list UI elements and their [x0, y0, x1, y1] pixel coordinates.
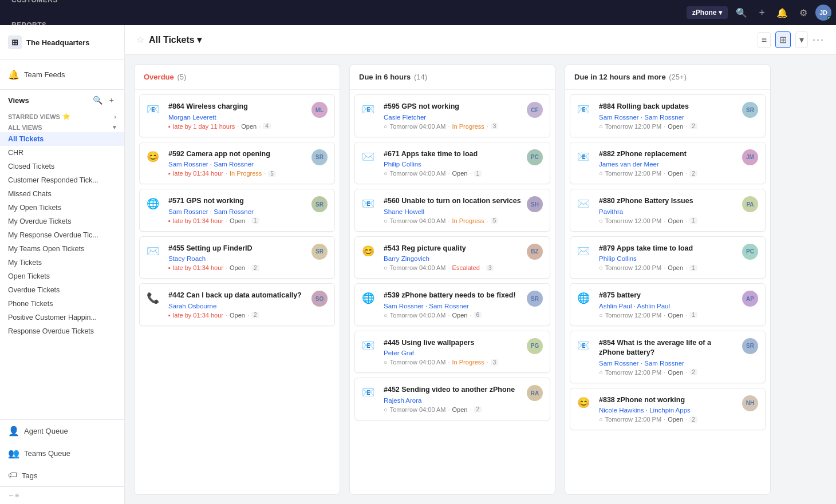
assignee2-link[interactable]: Sam Rossner	[214, 161, 254, 168]
search-icon[interactable]: 🔍	[732, 5, 751, 21]
ticket-card[interactable]: 📧 #884 Rolling back updates Sam Rossner …	[570, 94, 766, 137]
views-actions: 🔍 +	[90, 94, 116, 106]
favorite-star-icon[interactable]: ☆	[136, 34, 144, 45]
assignee1-link[interactable]: Sam Rossner	[168, 208, 208, 215]
ticket-avatar: SR	[311, 244, 328, 260]
ticket-meta: ○ Tomorrow 12:00 PM · Open · 2	[599, 369, 738, 376]
assignee2-link[interactable]: Sam Rossner	[429, 303, 469, 309]
sidebar-nav-item[interactable]: My Teams Open Tickets	[0, 242, 124, 256]
notification-icon[interactable]: 🔔	[773, 5, 791, 21]
assignee2-link[interactable]: Ashlin Paul	[637, 303, 671, 309]
ticket-card[interactable]: 😊 #838 zPhone not working Nicole Hawkins…	[570, 388, 766, 431]
sidebar-nav-item[interactable]: My Overdue Tickets	[0, 215, 124, 228]
ticket-card[interactable]: 🌐 #539 zPhone battery needs to be fixed!…	[354, 283, 550, 326]
sidebar-nav-item[interactable]: Open Tickets	[0, 269, 124, 283]
ticket-title: #452 Sending video to another zPhone	[384, 385, 522, 395]
nav-item-customers[interactable]: CUSTOMERS	[5, 0, 65, 13]
assignee2-link[interactable]: Sam Rossner	[214, 208, 254, 215]
ticket-card[interactable]: 📧 #864 Wireless charging Morgan Leverett…	[139, 94, 335, 137]
sidebar-nav-item[interactable]: Closed Tickets	[0, 160, 124, 173]
ticket-card[interactable]: 📧 #595 GPS not working Casie Fletcher ○ …	[354, 94, 550, 137]
brand-selector[interactable]: zPhone ▾	[687, 6, 728, 19]
sidebar-nav-item[interactable]: My Open Tickets	[0, 201, 124, 215]
ticket-card[interactable]: 😊 #592 Camera app not opening Sam Rossne…	[139, 142, 335, 185]
late-indicator: ▪	[168, 123, 171, 130]
more-options-button[interactable]: ···	[813, 34, 825, 46]
sidebar-nav-item[interactable]: CHR	[0, 146, 124, 160]
ticket-card[interactable]: ✉️ #880 zPhone Battery Issues Pavithra ○…	[570, 189, 766, 232]
sidebar-nav-item[interactable]: All Tickets	[0, 132, 124, 146]
ticket-card[interactable]: 🌐 #875 battery Ashlin Paul · Ashlin Paul…	[570, 283, 766, 326]
all-views-label[interactable]: ALL VIEWS ▾	[0, 121, 124, 132]
assignee1-link[interactable]: Rajesh Arora	[384, 397, 421, 404]
sidebar-nav-item[interactable]: Positive Customer Happin...	[0, 311, 124, 324]
ticket-card[interactable]: 📧 #452 Sending video to another zPhone R…	[354, 378, 550, 420]
sidebar-nav-item[interactable]: Missed Chats	[0, 187, 124, 201]
sidebar-nav-item[interactable]: My Tickets	[0, 256, 124, 269]
assignee1-link[interactable]: Peter Graf	[384, 350, 414, 356]
team-feeds-item[interactable]: 🔔 Team Feeds	[8, 66, 116, 84]
assignee1-link[interactable]: Sam Rossner	[168, 161, 208, 168]
assignee1-link[interactable]: Shane Howell	[384, 208, 424, 215]
sidebar-nav-item[interactable]: Overdue Tickets	[0, 283, 124, 297]
ticket-card[interactable]: 😊 #543 Reg picture quality Barry Zingovi…	[354, 236, 550, 279]
starred-views-label[interactable]: STARRED VIEWS ⭐ ›	[0, 110, 124, 121]
ticket-type-icon: 🌐	[577, 292, 590, 319]
assignee1-link[interactable]: Barry Zingovich	[384, 255, 429, 262]
ticket-card[interactable]: ✉️ #879 Apps take time to load Philip Co…	[570, 236, 766, 279]
assignee2-link[interactable]: Linchpin Apps	[649, 407, 691, 414]
ticket-time: late by 01:34 hour	[173, 264, 223, 271]
ticket-type-icon: ✉️	[577, 197, 590, 224]
settings-icon[interactable]: ⚙	[796, 5, 811, 21]
ticket-assignee: Ashlin Paul · Ashlin Paul	[599, 303, 738, 309]
sidebar-bottom-item-tags[interactable]: 🏷Tags	[0, 465, 124, 486]
sidebar-bottom-item-teams-queue[interactable]: 👥Teams Queue	[0, 442, 124, 465]
ticket-assignee: Stacy Roach	[168, 255, 307, 262]
kanban-view-button[interactable]: ⊞	[775, 31, 791, 48]
meta-dot2: ·	[247, 312, 249, 319]
assignee1-link[interactable]: James van der Meer	[599, 161, 659, 168]
view-options-button[interactable]: ▾	[795, 31, 808, 48]
sidebar-nav-item[interactable]: Customer Responded Tick...	[0, 173, 124, 187]
assignee1-link[interactable]: Stacy Roach	[168, 255, 206, 262]
assignee1-link[interactable]: Casie Fletcher	[384, 114, 426, 121]
assignee1-link[interactable]: Sam Rossner	[599, 360, 639, 367]
views-add-icon[interactable]: +	[107, 94, 116, 106]
sidebar-nav-item[interactable]: Response Overdue Tickets	[0, 324, 124, 338]
assignee1-link[interactable]: Sam Rossner	[384, 303, 424, 309]
sidebar-nav-item[interactable]: My Response Overdue Tic...	[0, 228, 124, 242]
views-search-icon[interactable]: 🔍	[90, 94, 105, 106]
sidebar-nav-item[interactable]: Phone Tickets	[0, 297, 124, 311]
ticket-card[interactable]: 🌐 #571 GPS not working Sam Rossner · Sam…	[139, 189, 335, 232]
ticket-card[interactable]: 📞 #442 Can I back up data automatically?…	[139, 283, 335, 326]
ticket-card[interactable]: 📧 #882 zPhone replacement James van der …	[570, 142, 766, 185]
assignee1-link[interactable]: Nicole Hawkins	[599, 407, 644, 414]
assignee1-link[interactable]: Sarah Osbourne	[168, 303, 216, 309]
ticket-title: #445 Using live wallpapers	[384, 338, 522, 348]
assignee2-link[interactable]: Sam Rossner	[644, 360, 684, 367]
column-title: Due in 6 hours (14)	[359, 73, 546, 81]
assignee1-link[interactable]: Philip Collins	[599, 255, 637, 262]
ticket-card[interactable]: ✉️ #455 Setting up FinderID Stacy Roach …	[139, 236, 335, 279]
assignee1-link[interactable]: Ashlin Paul	[599, 303, 632, 309]
ticket-card[interactable]: 📧 #445 Using live wallpapers Peter Graf …	[354, 331, 550, 374]
assignee2-link[interactable]: Sam Rossner	[644, 114, 684, 121]
ticket-card[interactable]: 📧 #560 Unable to turn on location servic…	[354, 189, 550, 232]
ticket-card[interactable]: 📧 #854 What is the average life of a zPh…	[570, 331, 766, 383]
ticket-card[interactable]: ✉️ #671 Apps take time to load Philip Co…	[354, 142, 550, 185]
sidebar-bottom-item-agent-queue[interactable]: 👤Agent Queue	[0, 420, 124, 442]
meta-dot: ·	[664, 170, 665, 177]
page-title[interactable]: All Tickets ▾	[149, 34, 202, 45]
assignee1-link[interactable]: Sam Rossner	[599, 114, 639, 121]
org-name-item[interactable]: ⊞ The Headquarters	[8, 32, 116, 53]
assignee1-link[interactable]: Pavithra	[599, 208, 623, 215]
assignee1-link[interactable]: Morgan Leverett	[168, 114, 216, 121]
overdue-label: Overdue	[144, 73, 174, 81]
sidebar-collapse-button[interactable]: ←≡	[0, 486, 124, 504]
add-icon[interactable]: +	[755, 5, 768, 21]
list-view-button[interactable]: ≡	[758, 32, 771, 48]
user-avatar[interactable]: JD	[815, 5, 831, 21]
assignee1-link[interactable]: Philip Collins	[384, 161, 421, 168]
ticket-assignee: Sarah Osbourne	[168, 303, 307, 309]
ticket-count: 2	[689, 170, 697, 177]
